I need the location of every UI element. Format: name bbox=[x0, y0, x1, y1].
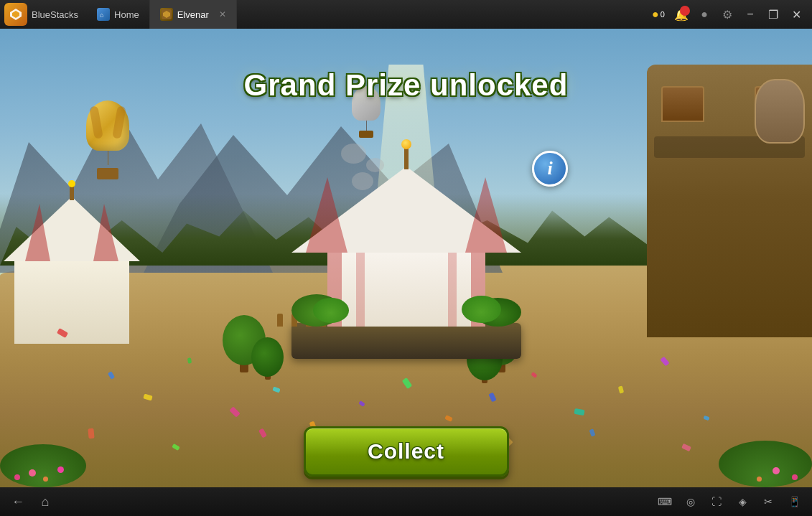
tent-body bbox=[327, 248, 485, 327]
collect-button[interactable]: Collect bbox=[304, 426, 509, 477]
title-bar: BlueStacks ⌂ Home Elvenar ✕ ● 0 🔔 bbox=[0, 0, 812, 29]
svg-text:⌂: ⌂ bbox=[100, 11, 103, 19]
tab-bar: ⌂ Home Elvenar ✕ bbox=[87, 0, 648, 29]
elvenar-tab-icon bbox=[160, 8, 173, 21]
camera-button[interactable]: ◎ bbox=[680, 491, 701, 512]
fence-post bbox=[277, 314, 283, 327]
elvenar-tab-label: Elvenar bbox=[177, 9, 209, 20]
prize-building bbox=[270, 158, 543, 359]
coins-value: 0 bbox=[661, 10, 665, 19]
expand-button[interactable]: ⛶ bbox=[706, 491, 727, 512]
app-name: BlueStacks bbox=[32, 9, 78, 20]
home-button[interactable]: ⌂ bbox=[34, 491, 56, 512]
hot-air-balloon bbox=[86, 100, 129, 179]
bottom-left-grass bbox=[0, 430, 115, 487]
tab-home[interactable]: ⌂ Home bbox=[87, 0, 150, 29]
tent-stripe-1 bbox=[306, 177, 347, 253]
balloon2-rope bbox=[366, 121, 367, 131]
tent-finial bbox=[401, 139, 411, 149]
taskbar-left: ← ⌂ bbox=[7, 491, 56, 512]
keyboard-button[interactable]: ⌨ bbox=[654, 491, 676, 512]
confetti-piece bbox=[88, 428, 94, 439]
settings-icon[interactable]: ⚙ bbox=[717, 4, 737, 24]
restore-button[interactable]: ❐ bbox=[763, 4, 783, 24]
bush-right2 bbox=[462, 296, 501, 323]
balloon-bag bbox=[86, 100, 129, 151]
taskbar-right: ⌨ ◎ ⛶ ◈ ✂ 📱 bbox=[654, 491, 805, 512]
back-button[interactable]: ← bbox=[7, 491, 29, 512]
game-area: Grand Prize unlocked i Collect ← ⌂ ⌨ ◎ ⛶ bbox=[0, 29, 812, 516]
left-background-tent bbox=[14, 200, 129, 344]
titlebar-right: ● 0 🔔 ● ⚙ − ❐ ✕ bbox=[648, 4, 806, 24]
balloon2-basket bbox=[359, 131, 373, 138]
scissors-button[interactable]: ✂ bbox=[757, 491, 779, 512]
balloon-rope bbox=[108, 151, 108, 165]
bush-left2 bbox=[313, 298, 349, 323]
tent-spike bbox=[404, 148, 409, 169]
close-button[interactable]: ✕ bbox=[786, 4, 806, 24]
bottom-right-grass bbox=[697, 430, 812, 487]
tab-elvenar[interactable]: Elvenar ✕ bbox=[150, 0, 237, 29]
bluestacks-logo bbox=[4, 3, 27, 26]
pin-button[interactable]: ◈ bbox=[732, 491, 753, 512]
minimize-button[interactable]: − bbox=[740, 4, 760, 24]
record-icon[interactable]: ● bbox=[694, 4, 714, 24]
taskbar: ← ⌂ ⌨ ◎ ⛶ ◈ ✂ 📱 bbox=[0, 487, 812, 516]
info-button[interactable]: i bbox=[532, 151, 568, 187]
collect-label: Collect bbox=[368, 439, 444, 464]
notification-badge bbox=[680, 6, 690, 16]
balloon-basket bbox=[97, 168, 118, 179]
home-tab-label: Home bbox=[114, 9, 139, 20]
right-building bbox=[647, 65, 812, 337]
grand-prize-title: Grand Prize unlocked bbox=[244, 68, 569, 103]
home-tab-icon: ⌂ bbox=[97, 8, 110, 21]
tent-stripe-2 bbox=[465, 177, 507, 253]
coins-icon[interactable]: ● 0 bbox=[648, 4, 668, 24]
phone-button[interactable]: 📱 bbox=[783, 491, 805, 512]
close-tab-icon[interactable]: ✕ bbox=[219, 9, 226, 19]
notification-icon[interactable]: 🔔 bbox=[671, 4, 691, 24]
